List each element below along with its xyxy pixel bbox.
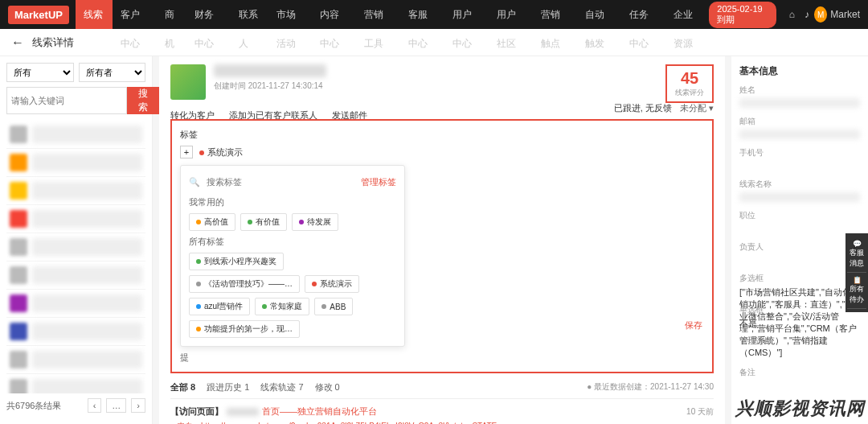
nav-item-3[interactable]: 财务中心 [186,0,231,29]
tag-chip[interactable]: 《活动管理技巧》——… [189,275,300,293]
lead-detail-panel: 创建时间 2021-11-27 14:30:14 45 线索评分 转化为客户添加… [159,56,725,424]
info-field: 姓名 [739,84,860,108]
activity-tab-1[interactable]: 跟进历史 1 [207,381,249,393]
score-box: 45 线索评分 [665,64,714,103]
manage-tags-link[interactable]: 管理标签 [361,176,396,188]
all-tags-title: 所有标签 [189,236,396,248]
current-tag[interactable]: 系统演示 [199,146,243,158]
search-button[interactable]: 搜索 [127,87,159,114]
activity-item: 【访问页面】首页——独立营销自动化平台10 天前来自：https://www.m… [170,399,714,424]
info-field: 备注 [739,367,860,390]
info-field: 线索名称 [739,179,860,202]
tag-search-input[interactable] [203,174,361,190]
score-value: 45 [675,69,704,88]
info-field: 手机号 [739,147,860,171]
nav-item-8[interactable]: 客服中心 [400,0,444,29]
tag-chip[interactable]: 高价值 [189,213,235,231]
nav-item-13[interactable]: 任务中心 [621,0,665,29]
home-icon[interactable]: ⌂ [789,9,795,20]
filter-owner[interactable]: 所有者 [79,63,146,82]
activity-tab-3[interactable]: 修改 0 [315,381,340,393]
tag-panel: 标签 + 系统演示 管理标签 我常用的 高价值有价值待发展 所有标签 到线索小程… [170,119,714,373]
page-title: 线索详情 [32,35,74,50]
lead-list-panel: 所有 所有者 搜索 共6796条结果 ‹ … › [0,56,153,424]
add-tag-button[interactable]: + [180,146,193,158]
pager-next[interactable]: › [131,398,145,413]
nav-item-4[interactable]: 联系人 [231,0,268,29]
tag-chip[interactable]: azul营销件 [189,298,250,315]
lead-item[interactable] [6,233,145,261]
nav-item-12[interactable]: 自动触发 [577,0,621,29]
tag-chip[interactable]: 有价值 [240,213,287,231]
lead-avatar [170,64,206,100]
nav-item-7[interactable]: 营销工具 [356,0,400,29]
save-tags-button[interactable]: 保存 [685,319,702,331]
top-nav: MarketUP 线索池客户中心商机财务中心联系人市场活动内容中心营销工具客服中… [0,0,868,29]
tag-footer-hint: 提 [180,352,704,364]
tag-chip[interactable]: 常知家庭 [255,298,309,315]
info-panel-title: 基本信息 [739,64,860,78]
pager: 共6796条结果 ‹ … › [6,393,145,418]
nav-item-14[interactable]: 企业资源 [665,0,710,29]
tag-dropdown: 管理标签 我常用的 高价值有价值待发展 所有标签 到线索小程序兴趣奖《活动管理技… [180,165,405,347]
lead-item[interactable] [6,149,145,177]
nav-item-10[interactable]: 用户社区 [489,0,533,29]
activity-tab-0[interactable]: 全部 8 [170,381,195,393]
search-input[interactable] [6,87,127,114]
nav-item-6[interactable]: 内容中心 [312,0,356,29]
info-field: 多选框["市场营销社区共建","自动化营销功能","客服具：直连）","企业微信… [739,273,860,296]
side-float-todo[interactable]: 📋所有待办 [847,273,866,309]
tag-section-label: 标签 [180,129,704,141]
user-avatar-icon[interactable]: M [814,6,827,23]
nav-item-11[interactable]: 营销触点 [533,0,577,29]
brand-logo[interactable]: MarketUP [8,6,69,24]
lead-item[interactable] [6,205,145,233]
tag-chip[interactable]: 待发展 [292,213,338,231]
activity-tab-2[interactable]: 线索轨迹 7 [260,381,303,393]
help-icon[interactable]: ♪ [805,9,809,20]
lead-item[interactable] [6,290,145,318]
nav-item-9[interactable]: 用户中心 [444,0,489,29]
lead-item[interactable] [6,261,145,290]
stage-status[interactable]: 已跟进, 无反馈 [614,102,672,114]
lead-item[interactable] [6,374,145,393]
lead-item[interactable] [6,318,145,346]
tag-chip[interactable]: 功能提升的第一步，现… [189,320,300,338]
lead-item[interactable] [6,177,145,205]
lead-list [6,121,145,393]
lead-created-time: 创建时间 2021-11-27 14:30:14 [214,80,326,92]
info-field: 职位 [739,210,860,233]
activity-link[interactable]: 首页——独立营销自动化平台 [262,405,377,418]
tag-chip[interactable]: 系统演示 [305,275,359,293]
pager-more[interactable]: … [106,398,126,413]
assign-status[interactable]: 未分配 ▾ [680,102,714,114]
info-field: 负责人 [739,241,860,265]
info-field: 邮箱 [739,116,860,139]
nav-item-0[interactable]: 线索池 [76,0,113,29]
score-label: 线索评分 [675,88,704,98]
recent-tags-title: 我常用的 [189,196,396,208]
lead-item[interactable] [6,346,145,374]
back-arrow-icon[interactable]: ← [11,35,24,50]
nav-item-1[interactable]: 客户中心 [113,0,157,29]
tag-chip[interactable]: ABB [314,298,353,315]
expiry-badge[interactable]: 2025-02-19到期 [709,2,776,28]
side-float-chat[interactable]: 💬客服消息 [847,237,866,273]
user-name[interactable]: Market [830,9,860,20]
nav-item-2[interactable]: 商机 [157,0,186,29]
pager-prev[interactable]: ‹ [88,398,102,413]
filter-scope[interactable]: 所有 [6,63,74,82]
activity-recent-time: ● 最近数据创建：2021-11-27 14:30 [587,381,714,393]
total-count: 共6796条结果 [6,400,61,412]
activity-list: 【访问页面】首页——独立营销自动化平台10 天前来自：https://www.m… [170,399,714,424]
lead-item[interactable] [6,121,145,149]
lead-name [214,64,326,77]
activity-tabs: 全部 8跟进历史 1线索轨迹 7修改 0● 最近数据创建：2021-11-27 … [170,381,714,399]
watermark: 兴顺影视资讯网 [735,397,865,421]
search-icon [189,176,203,187]
nav-item-5[interactable]: 市场活动 [268,0,313,29]
tag-chip[interactable]: 到线索小程序兴趣奖 [189,253,284,270]
side-float-menu[interactable]: 💬客服消息 📋所有待办 [845,233,868,312]
